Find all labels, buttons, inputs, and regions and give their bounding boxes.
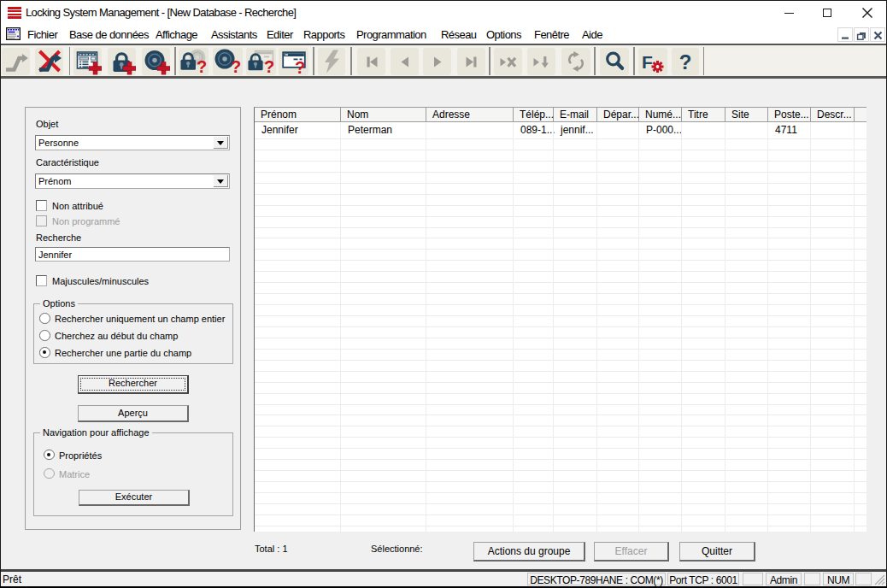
svg-text:?: ? [230,57,240,75]
svg-text:?: ? [263,57,273,75]
svg-text:F: F [642,51,653,71]
svg-text:?: ? [196,57,206,75]
svg-text:?: ? [679,50,692,73]
svg-text:?: ? [294,58,304,75]
